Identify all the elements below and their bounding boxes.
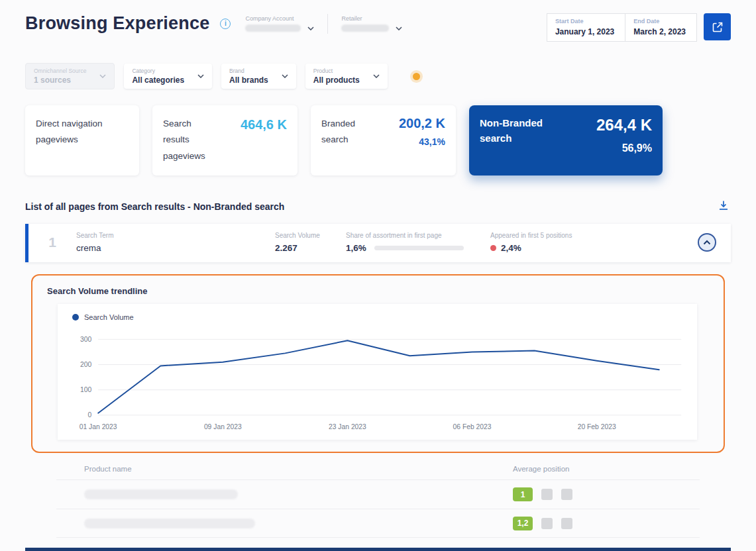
search-term-label: Search Term	[76, 232, 275, 239]
trendline-panel: Search Volume trendline Search Volume 01…	[31, 274, 725, 453]
products-table-header: Product name Average position	[56, 465, 700, 479]
chart-legend: Search Volume	[72, 313, 690, 321]
chevron-down-icon	[282, 74, 288, 78]
date-range-picker: Start Date January 1, 2023 End Date Marc…	[547, 13, 697, 42]
kpi-branded-search[interactable]: Branded search 200,2 K 43,1%	[311, 105, 456, 175]
column-product-name: Product name	[84, 465, 513, 473]
status-dot-red	[490, 245, 496, 251]
table-row[interactable]: 1,2	[56, 509, 700, 538]
position-badge-empty	[561, 489, 572, 500]
share-progress-bar	[374, 246, 464, 250]
kpi-value: 264,4 K	[596, 116, 652, 134]
filter-label: Omnichannel Source	[34, 68, 86, 74]
svg-text:100: 100	[80, 386, 91, 393]
collapse-row-button[interactable]	[698, 233, 716, 252]
rank-number: 1	[28, 234, 76, 250]
kpi-value: 464,6 K	[241, 117, 287, 165]
filter-value: All brands	[229, 75, 268, 85]
first-positions-value: 2,4%	[501, 243, 521, 253]
retailer-label: Retailer	[341, 15, 402, 22]
legend-dot	[72, 314, 79, 321]
kpi-direct-navigation[interactable]: Direct navigation pageviews	[25, 105, 139, 175]
notification-dot	[413, 73, 420, 80]
legend-label: Search Volume	[84, 313, 134, 321]
search-term-value: crema	[76, 243, 275, 253]
chevron-down-icon	[396, 26, 402, 30]
start-date-value: January 1, 2023	[555, 27, 614, 36]
end-date-label: End Date	[633, 18, 686, 25]
filter-label: Brand	[229, 68, 268, 74]
position-badge-empty	[561, 518, 572, 529]
filter-label: Category	[132, 68, 184, 74]
kpi-share: 43,1%	[399, 136, 445, 147]
company-account-label: Company Account	[245, 15, 314, 22]
info-icon[interactable]: i	[220, 19, 231, 29]
svg-text:23 Jan 2023: 23 Jan 2023	[329, 423, 366, 430]
svg-text:06 Feb 2023: 06 Feb 2023	[453, 423, 492, 430]
header: Browsing Experience i Company Account Re…	[0, 0, 756, 42]
table-row[interactable]: 1	[56, 479, 700, 509]
kpi-cards-row: Direct navigation pageviews Search resul…	[0, 105, 756, 175]
filters-bar: Omnichannel Source 1 sources Category Al…	[0, 63, 756, 89]
search-volume-chart-card: Search Volume 010020030001 Jan 202309 Ja…	[58, 304, 697, 440]
next-row-edge	[25, 548, 731, 551]
end-date-value: March 2, 2023	[633, 27, 686, 36]
trendline-title: Search Volume trendline	[47, 286, 697, 296]
search-volume-value: 2.267	[275, 243, 346, 253]
start-date-field[interactable]: Start Date January 1, 2023	[547, 14, 625, 41]
svg-text:20 Feb 2023: 20 Feb 2023	[578, 423, 616, 430]
share-assortment-label: Share of assortment in first page	[346, 232, 490, 239]
product-name-redacted	[84, 489, 238, 499]
position-badge-empty	[541, 489, 553, 500]
filter-brand[interactable]: Brand All brands	[221, 64, 296, 89]
share-assortment-value: 1,6%	[346, 243, 366, 253]
browsing-experience-page: Browsing Experience i Company Account Re…	[0, 0, 756, 551]
kpi-share: 56,9%	[596, 142, 652, 154]
chevron-up-icon	[703, 240, 711, 245]
filter-label: Product	[313, 68, 360, 74]
filter-value: 1 sources	[34, 75, 86, 85]
company-account-select[interactable]: Company Account	[245, 15, 314, 32]
svg-text:200: 200	[80, 361, 91, 368]
filter-value: All categories	[132, 75, 184, 85]
download-button[interactable]	[716, 198, 731, 215]
svg-text:09 Jan 2023: 09 Jan 2023	[204, 423, 242, 430]
chevron-down-icon	[307, 26, 314, 30]
products-table: Product name Average position 1 1,2	[56, 465, 700, 538]
kpi-search-results[interactable]: Search results pageviews 464,6 K	[152, 105, 297, 175]
position-badge-empty	[541, 518, 553, 529]
divider	[327, 14, 328, 34]
export-button[interactable]	[704, 13, 731, 40]
kpi-title: Non-Branded search	[480, 116, 558, 165]
external-link-icon	[712, 21, 724, 33]
product-name-redacted	[84, 519, 255, 528]
filter-product[interactable]: Product All products	[305, 64, 388, 89]
kpi-title: Search results pageviews	[163, 116, 216, 165]
retailer-value	[341, 25, 389, 32]
retailer-select[interactable]: Retailer	[341, 15, 402, 32]
section-title: List of all pages from Search results - …	[25, 201, 284, 212]
chevron-down-icon	[373, 74, 380, 78]
kpi-title: Direct navigation pageviews	[36, 116, 109, 148]
section-head: List of all pages from Search results - …	[0, 198, 756, 215]
download-icon	[718, 199, 729, 211]
svg-text:0: 0	[88, 411, 92, 419]
position-badge: 1	[513, 487, 533, 501]
page-title: Browsing Experience	[25, 13, 209, 34]
search-volume-label: Search Volume	[275, 232, 346, 239]
svg-text:300: 300	[80, 336, 91, 343]
end-date-field[interactable]: End Date March 2, 2023	[625, 14, 696, 41]
line-chart: 010020030001 Jan 202309 Jan 202323 Jan 2…	[64, 324, 690, 436]
search-term-row[interactable]: 1 Search Term crema Search Volume 2.267 …	[25, 224, 731, 262]
chevron-down-icon	[99, 74, 106, 78]
svg-text:01 Jan 2023: 01 Jan 2023	[80, 423, 117, 430]
filter-omnichannel-source[interactable]: Omnichannel Source 1 sources	[25, 63, 115, 89]
filter-category[interactable]: Category All categories	[124, 64, 212, 89]
column-average-position: Average position	[513, 465, 700, 473]
kpi-non-branded-search-active[interactable]: Non-Branded search 264,4 K 56,9%	[469, 105, 663, 175]
start-date-label: Start Date	[555, 18, 614, 25]
chevron-down-icon	[197, 74, 204, 78]
kpi-title: Branded search	[321, 116, 372, 165]
first-positions-label: Appeared in first 5 positions	[490, 232, 698, 239]
filter-value: All products	[313, 75, 360, 85]
